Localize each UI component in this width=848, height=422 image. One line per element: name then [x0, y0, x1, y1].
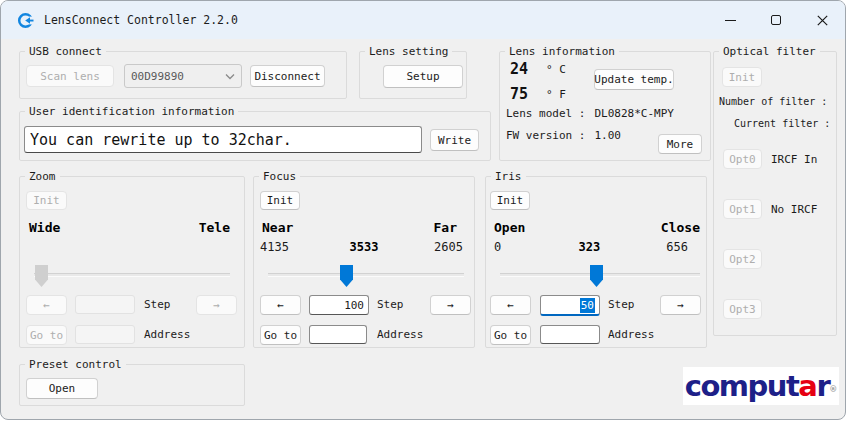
window-controls [707, 1, 845, 39]
lens-device-value: 00D99890 [131, 70, 184, 83]
write-button[interactable]: Write [430, 129, 479, 151]
fahrenheit-unit: ° F [546, 88, 566, 101]
focus-slider-thumb[interactable] [340, 265, 353, 287]
lens-setting-label: Lens setting [365, 44, 452, 59]
focus-step-field[interactable]: 100 [309, 295, 369, 315]
chevron-down-icon [225, 71, 235, 82]
user-identification-group: User identification information Write [19, 111, 491, 161]
minimize-icon [725, 20, 736, 21]
zoom-init-button[interactable]: Init [26, 191, 67, 210]
app-icon [17, 12, 34, 29]
close-icon [817, 15, 828, 26]
focus-near-label: Near [262, 220, 293, 235]
update-temp-button[interactable]: Update temp. [594, 69, 674, 90]
iris-group: Iris Init Open Close 0 323 656 ← 50 Step… [485, 176, 707, 348]
focus-max-value: 2605 [434, 240, 463, 254]
focus-min-value: 4135 [260, 240, 289, 254]
focus-far-label: Far [434, 220, 457, 235]
titlebar: LensConnect Controller 2.2.0 [1, 1, 845, 39]
preset-open-button[interactable]: Open [26, 378, 98, 399]
focus-slider-track[interactable] [268, 273, 464, 277]
optical-filter-init-button[interactable]: Init [722, 67, 762, 87]
fw-version-label: FW version : [506, 129, 585, 142]
lens-setting-group: Lens setting Setup [359, 51, 467, 99]
focus-goto-button[interactable]: Go to [260, 325, 301, 345]
fw-version-value: 1.00 [594, 129, 621, 142]
fw-version-row: FW version : 1.00 [506, 129, 621, 142]
focus-step-left-button[interactable]: ← [260, 295, 301, 315]
focus-group: Focus Init Near Far 4135 3533 2605 ← 100… [253, 176, 475, 348]
disconnect-button[interactable]: Disconnect [250, 65, 325, 87]
temperature-fahrenheit-value: 75 [510, 85, 528, 103]
computar-logo: computar® [683, 367, 839, 405]
iris-goto-button[interactable]: Go to [490, 325, 531, 345]
iris-open-label: Open [494, 220, 525, 235]
preset-control-group: Preset control Open [19, 364, 245, 406]
preset-control-label: Preset control [25, 357, 126, 372]
iris-address-field[interactable] [540, 325, 600, 344]
lens-model-label: Lens model : [506, 107, 585, 120]
optical-filter-group: Optical filter Init Number of filter : C… [713, 51, 837, 336]
user-identification-label: User identification information [25, 104, 238, 119]
window-title: LensConnect Controller 2.2.0 [44, 13, 238, 27]
zoom-step-right-button[interactable]: → [196, 295, 237, 315]
zoom-slider-track[interactable] [34, 273, 230, 277]
zoom-tele-label: Tele [199, 220, 230, 235]
current-filter-label: Current filter : [734, 118, 830, 129]
zoom-step-left-button[interactable]: ← [26, 295, 67, 315]
zoom-address-field[interactable] [75, 325, 135, 344]
iris-step-field[interactable]: 50 [540, 295, 600, 316]
zoom-step-field[interactable] [75, 295, 135, 314]
lens-information-label: Lens information [505, 44, 619, 59]
logo-accent-letter: a [798, 367, 816, 405]
setup-button[interactable]: Setup [383, 65, 463, 88]
iris-step-selected-text: 50 [580, 298, 595, 313]
opt1-button[interactable]: Opt1 [723, 199, 762, 219]
iris-current-value: 323 [579, 240, 601, 254]
iris-init-button[interactable]: Init [490, 191, 530, 210]
lens-information-group: Lens information 24 ° C Update temp. 75 … [499, 51, 711, 161]
close-button[interactable] [799, 1, 845, 39]
iris-close-label: Close [661, 220, 700, 235]
iris-step-left-button[interactable]: ← [490, 295, 531, 315]
iris-address-label: Address [608, 328, 654, 341]
maximize-button[interactable] [753, 1, 799, 39]
zoom-wide-label: Wide [29, 220, 60, 235]
zoom-slider-thumb[interactable] [35, 265, 48, 287]
zoom-address-label: Address [144, 328, 190, 341]
zoom-goto-button[interactable]: Go to [26, 325, 67, 345]
temperature-celsius-value: 24 [510, 60, 528, 78]
focus-address-label: Address [377, 328, 423, 341]
minimize-button[interactable] [707, 1, 753, 39]
iris-slider-thumb[interactable] [590, 265, 603, 287]
opt3-button[interactable]: Opt3 [723, 299, 762, 319]
lens-device-dropdown[interactable]: 00D99890 [124, 64, 242, 88]
usb-connect-label: USB connect [25, 44, 106, 59]
logo-text-right: r [816, 367, 829, 405]
iris-label: Iris [491, 169, 526, 184]
lens-model-row: Lens model : DL0828*C-MPY [506, 107, 674, 120]
iris-min-value: 0 [494, 240, 501, 254]
focus-current-value: 3533 [350, 240, 379, 254]
opt1-value: No IRCF [771, 203, 817, 216]
maximize-icon [771, 15, 781, 25]
zoom-step-label: Step [144, 298, 171, 311]
iris-step-right-button[interactable]: → [660, 295, 701, 315]
focus-label: Focus [259, 169, 300, 184]
zoom-label: Zoom [25, 169, 60, 184]
logo-registered-mark: ® [829, 371, 837, 409]
user-identification-input[interactable] [24, 126, 422, 153]
scan-lens-button[interactable]: Scan lens [26, 65, 114, 87]
celsius-unit: ° C [546, 63, 566, 76]
opt2-button[interactable]: Opt2 [723, 249, 762, 269]
iris-step-label: Step [608, 298, 635, 311]
opt0-button[interactable]: Opt0 [723, 149, 762, 169]
focus-address-field[interactable] [309, 325, 367, 344]
focus-init-button[interactable]: Init [260, 191, 300, 210]
optical-filter-label: Optical filter [719, 44, 820, 59]
more-button[interactable]: More [658, 134, 702, 154]
lens-model-value: DL0828*C-MPY [594, 107, 673, 120]
focus-step-label: Step [377, 298, 404, 311]
focus-step-right-button[interactable]: → [430, 295, 471, 315]
number-of-filter-label: Number of filter : [719, 96, 827, 107]
